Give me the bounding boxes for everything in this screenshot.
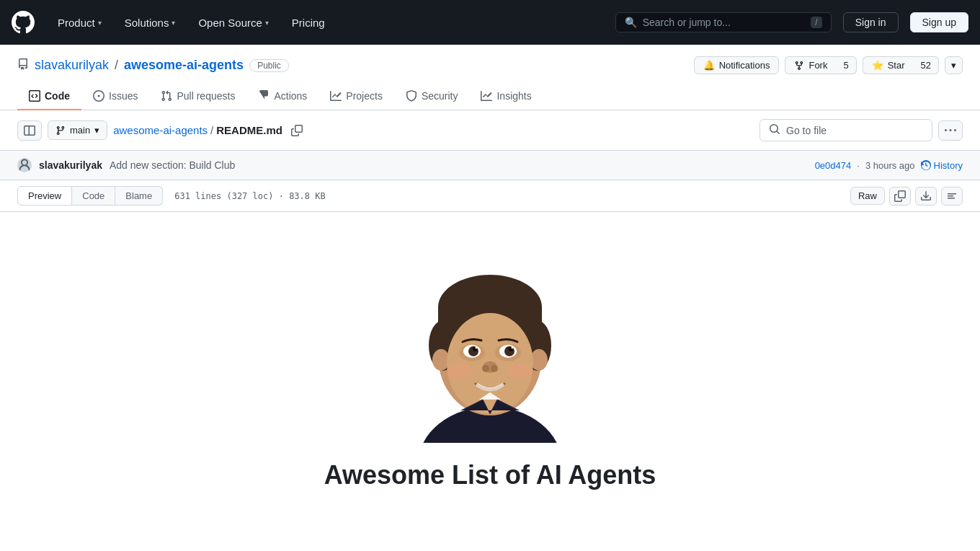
- commit-author-name[interactable]: slavakurilyak: [39, 159, 102, 171]
- fork-count[interactable]: 5: [836, 56, 856, 74]
- goto-file-search[interactable]: Go to file: [760, 119, 932, 141]
- svg-point-19: [476, 347, 478, 349]
- repo-icon: [17, 58, 29, 72]
- commit-message: Add new section: Build Club: [110, 159, 235, 171]
- repo-action-add-button[interactable]: ▾: [945, 56, 963, 74]
- breadcrumb-repo-link[interactable]: awesome-ai-agents: [113, 124, 208, 136]
- star-icon: ⭐: [872, 60, 883, 71]
- raw-button[interactable]: Raw: [850, 187, 885, 205]
- star-count[interactable]: 52: [914, 56, 939, 74]
- sign-in-button[interactable]: Sign in: [843, 12, 899, 32]
- file-tools: Raw: [850, 187, 963, 206]
- svg-point-20: [512, 347, 514, 349]
- github-logo[interactable]: [12, 11, 35, 34]
- commit-sha[interactable]: 0e0d474: [815, 160, 852, 171]
- search-icon: [769, 123, 780, 137]
- file-tab-preview[interactable]: Preview: [17, 186, 72, 206]
- repo-tabs: Code Issues Pull requests Actions Projec…: [17, 83, 963, 110]
- branch-chevron-icon: ▾: [94, 125, 99, 136]
- tab-projects[interactable]: Projects: [318, 83, 394, 110]
- nav-pricing[interactable]: Pricing: [286, 14, 331, 32]
- tab-actions[interactable]: Actions: [246, 83, 318, 110]
- tab-code[interactable]: Code: [17, 83, 81, 110]
- file-tab-group: Preview Code Blame: [17, 186, 163, 206]
- repo-visibility-badge: Public: [249, 59, 289, 72]
- fork-button-group: Fork 5: [785, 56, 856, 74]
- repo-owner[interactable]: slavakurilyak: [35, 58, 109, 73]
- svg-point-24: [447, 363, 473, 378]
- file-content-tabs-bar: Preview Code Blame 631 lines (327 loc) ·…: [0, 180, 980, 212]
- branch-selector-button[interactable]: main ▾: [48, 120, 107, 140]
- more-file-actions-button[interactable]: [938, 120, 963, 141]
- star-button-group: ⭐ Star 52: [863, 56, 939, 74]
- global-search-bar[interactable]: 🔍 Search or jump to... /: [615, 12, 832, 32]
- nav-solutions[interactable]: Solutions ▾: [119, 14, 182, 32]
- file-stats: 631 lines (327 loc) · 83.8 KB: [174, 191, 326, 201]
- repo-actions: 🔔 Notifications Fork 5 ⭐ Star 52 ▾: [694, 56, 963, 74]
- bell-icon: 🔔: [703, 60, 715, 71]
- breadcrumb-file: README.md: [216, 124, 282, 136]
- content-area: Awesome List of AI Agents: [0, 212, 980, 519]
- repo-header: slavakurilyak / awesome-ai-agents Public…: [0, 45, 980, 110]
- tab-insights[interactable]: Insights: [469, 83, 543, 110]
- outline-button[interactable]: [941, 187, 963, 206]
- solutions-chevron-icon: ▾: [172, 19, 175, 27]
- nav-product[interactable]: Product ▾: [52, 14, 107, 32]
- search-icon: 🔍: [625, 17, 637, 28]
- repo-name[interactable]: awesome-ai-agents: [124, 58, 244, 73]
- tab-pull-requests[interactable]: Pull requests: [149, 83, 246, 110]
- fork-button[interactable]: Fork: [785, 56, 836, 74]
- commit-row: slavakurilyak Add new section: Build Clu…: [0, 151, 980, 180]
- readme-title: Awesome List of AI Agents: [43, 460, 937, 490]
- file-header-bar: main ▾ awesome-ai-agents / README.md Go …: [0, 110, 980, 151]
- svg-point-23: [491, 365, 498, 372]
- copy-raw-button[interactable]: [889, 187, 911, 206]
- notifications-button[interactable]: 🔔 Notifications: [694, 56, 780, 74]
- tab-issues[interactable]: Issues: [81, 83, 149, 110]
- sign-up-button[interactable]: Sign up: [910, 12, 968, 32]
- repo-title-row: slavakurilyak / awesome-ai-agents Public…: [17, 56, 963, 74]
- star-button[interactable]: ⭐ Star: [863, 56, 914, 74]
- open-source-chevron-icon: ▾: [265, 19, 269, 27]
- breadcrumb: awesome-ai-agents / README.md: [113, 124, 282, 136]
- commit-time: 3 hours ago: [865, 160, 915, 171]
- nav-open-source[interactable]: Open Source ▾: [192, 14, 274, 32]
- commit-author-avatar[interactable]: [17, 158, 32, 172]
- svg-point-22: [482, 365, 489, 372]
- file-tab-blame[interactable]: Blame: [115, 186, 163, 206]
- tab-security[interactable]: Security: [394, 83, 470, 110]
- commit-meta: 0e0d474 · 3 hours ago History: [815, 160, 963, 171]
- download-button[interactable]: [915, 187, 937, 206]
- readme-body: Awesome List of AI Agents: [0, 212, 980, 519]
- search-kbd: /: [811, 17, 821, 28]
- readme-avatar-illustration: [382, 241, 598, 443]
- copy-path-button[interactable]: [288, 123, 306, 138]
- sidebar-toggle-button[interactable]: [17, 120, 42, 141]
- svg-point-25: [507, 363, 533, 378]
- top-navigation: Product ▾ Solutions ▾ Open Source ▾ Pric…: [0, 0, 980, 45]
- product-chevron-icon: ▾: [98, 19, 102, 27]
- history-link[interactable]: History: [921, 160, 963, 171]
- file-tab-code[interactable]: Code: [72, 186, 115, 206]
